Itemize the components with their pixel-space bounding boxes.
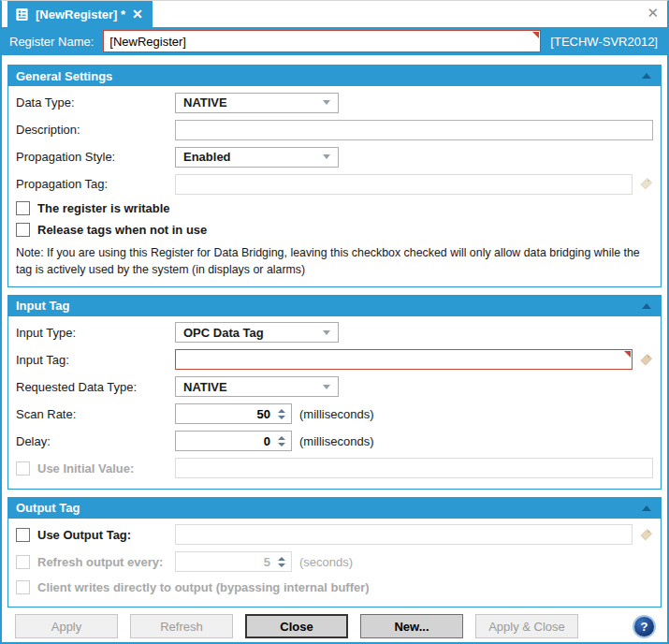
- delay-row: Delay: (milliseconds): [16, 428, 653, 455]
- register-name-label: Register Name:: [9, 35, 94, 49]
- collapse-arrow-icon[interactable]: [642, 505, 651, 511]
- input-tag-title: Input Tag: [16, 299, 70, 313]
- delay-unit: (milliseconds): [299, 434, 373, 448]
- use-output-tag-row: Use Output Tag:: [16, 521, 653, 549]
- initial-value-label: Use Initial Value:: [37, 461, 134, 476]
- window-close-icon[interactable]: ✕: [647, 6, 659, 20]
- input-type-dropdown[interactable]: OPC Data Tag: [175, 322, 339, 343]
- spin-down-icon[interactable]: [278, 443, 285, 446]
- release-tags-label: Release tags when not in use: [37, 223, 207, 237]
- register-config-dialog: [NewRegister] * ✕ ✕ Register Name: [TECH…: [0, 0, 669, 644]
- tab-title: [NewRegister] *: [36, 7, 125, 22]
- description-row: Description:: [16, 116, 653, 143]
- apply-close-button[interactable]: Apply & Close: [475, 614, 578, 638]
- propagation-tag-row: Propagation Tag:: [16, 170, 653, 198]
- server-name-label: [TECHW-SVR2012]: [550, 35, 660, 49]
- scan-rate-input[interactable]: [176, 407, 274, 421]
- data-type-label: Data Type:: [16, 95, 175, 110]
- propagation-style-dropdown[interactable]: Enabled: [175, 147, 339, 168]
- delay-input[interactable]: [176, 434, 274, 448]
- scan-rate-label: Scan Rate:: [16, 407, 175, 421]
- output-tag-section: Output Tag Use Output Tag:: [7, 497, 662, 607]
- spinner-arrows-icon: [274, 436, 291, 446]
- tag-icon[interactable]: [639, 353, 653, 367]
- input-type-row: Input Type: OPC Data Tag: [16, 319, 653, 346]
- data-type-value: NATIVE: [183, 95, 227, 110]
- chevron-down-icon: [323, 100, 330, 105]
- register-name-input[interactable]: [103, 30, 541, 52]
- input-tag-row: Input Tag:: [16, 346, 653, 373]
- general-settings-body: Data Type: NATIVE Description: Propagati…: [8, 86, 661, 286]
- propagation-style-value: Enabled: [183, 150, 231, 164]
- release-tags-checkbox[interactable]: [16, 223, 30, 237]
- input-type-value: OPC Data Tag: [183, 326, 264, 340]
- scan-rate-stepper[interactable]: [175, 403, 292, 424]
- refresh-output-check-group: Refresh output every:: [16, 555, 175, 569]
- propagation-tag-label: Propagation Tag:: [16, 177, 175, 191]
- delay-label: Delay:: [16, 434, 175, 448]
- refresh-output-checkbox: [16, 555, 30, 569]
- propagation-style-label: Propagation Style:: [16, 150, 175, 164]
- writable-label: The register is writable: [37, 201, 170, 215]
- register-name-field-wrap: [103, 30, 541, 52]
- input-tag-body: Input Type: OPC Data Tag Input Tag:: [8, 316, 661, 489]
- spin-down-icon[interactable]: [278, 416, 285, 419]
- collapse-arrow-icon[interactable]: [642, 303, 651, 309]
- output-tag-input: [175, 524, 633, 545]
- refresh-output-row: Refresh output every: (seconds): [16, 549, 653, 576]
- propagation-style-row: Propagation Style: Enabled: [16, 143, 653, 170]
- use-output-check-group: Use Output Tag:: [16, 528, 175, 542]
- footer-button-bar: Apply Refresh Close New... Apply & Close…: [15, 614, 656, 639]
- client-writes-row: Client writes directly to output (bypass…: [16, 576, 653, 600]
- register-doc-icon: [15, 7, 29, 22]
- description-label: Description:: [16, 123, 175, 137]
- spin-up-icon: [278, 557, 285, 561]
- close-button[interactable]: Close: [245, 614, 348, 638]
- chevron-down-icon: [323, 330, 330, 335]
- use-output-tag-checkbox[interactable]: [16, 528, 30, 542]
- tab-bar: [NewRegister] * ✕ ✕: [2, 1, 667, 27]
- input-tag-section: Input Tag Input Type: OPC Data Tag Input…: [7, 295, 662, 490]
- initial-value-check-group: Use Initial Value:: [16, 461, 175, 476]
- scan-rate-unit: (milliseconds): [299, 407, 373, 421]
- requested-data-type-value: NATIVE: [183, 380, 227, 394]
- spinner-arrows-icon: [274, 557, 291, 567]
- output-tag-header[interactable]: Output Tag: [8, 498, 661, 519]
- collapse-arrow-icon[interactable]: [642, 73, 651, 79]
- help-icon[interactable]: ?: [633, 615, 656, 638]
- use-output-tag-label: Use Output Tag:: [37, 528, 131, 542]
- data-type-dropdown[interactable]: NATIVE: [175, 93, 339, 113]
- tab-newregister[interactable]: [NewRegister] * ✕: [7, 1, 153, 27]
- delay-stepper[interactable]: [175, 431, 292, 451]
- spin-up-icon[interactable]: [278, 436, 285, 440]
- output-tag-body: Use Output Tag: Refresh output every:: [8, 519, 661, 607]
- writable-row: The register is writable: [16, 198, 653, 219]
- scan-rate-row: Scan Rate: (milliseconds): [16, 401, 653, 428]
- description-input[interactable]: [175, 120, 653, 140]
- general-settings-title: General Settings: [16, 69, 112, 83]
- refresh-interval-unit: (seconds): [299, 555, 353, 569]
- refresh-interval-input: [176, 555, 274, 569]
- new-button[interactable]: New...: [360, 614, 463, 638]
- tab-close-icon[interactable]: ✕: [132, 7, 143, 21]
- tag-icon: [639, 177, 653, 191]
- initial-value-checkbox: [16, 461, 30, 476]
- spin-up-icon[interactable]: [278, 409, 285, 413]
- input-tag-input[interactable]: [175, 349, 633, 370]
- requested-data-type-row: Requested Data Type: NATIVE: [16, 373, 653, 401]
- apply-button[interactable]: Apply: [15, 614, 118, 638]
- refresh-output-label: Refresh output every:: [37, 555, 163, 569]
- requested-data-type-dropdown[interactable]: NATIVE: [175, 376, 339, 397]
- input-tag-header[interactable]: Input Tag: [8, 296, 661, 316]
- writable-checkbox[interactable]: [16, 201, 30, 215]
- refresh-button[interactable]: Refresh: [130, 614, 233, 638]
- chevron-down-icon: [323, 385, 330, 389]
- chevron-down-icon: [323, 154, 330, 159]
- client-writes-label: Client writes directly to output (bypass…: [37, 580, 370, 594]
- general-settings-header[interactable]: General Settings: [8, 66, 661, 86]
- tag-icon[interactable]: [639, 528, 653, 542]
- data-type-row: Data Type: NATIVE: [16, 89, 653, 116]
- initial-value-input: [175, 458, 653, 478]
- refresh-interval-stepper: [175, 551, 292, 572]
- register-name-bar: Register Name: [TECHW-SVR2012]: [2, 27, 667, 55]
